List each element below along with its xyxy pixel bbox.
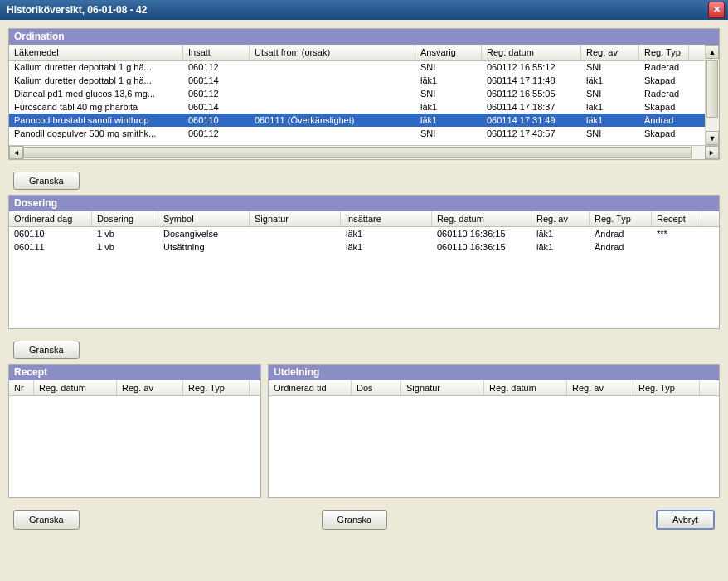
ordination-panel: Ordination Läkemedel Insatt Utsatt from … bbox=[8, 28, 720, 160]
cell-reg_av: SNI bbox=[581, 88, 639, 99]
col-utsatt[interactable]: Utsatt from (orsak) bbox=[250, 45, 415, 60]
table-row[interactable]: Kalium duretter depottabl 1 g hä...06011… bbox=[9, 74, 719, 87]
dosering-columns: Ordinerad dag Dosering Symbol Signatur I… bbox=[9, 211, 719, 227]
table-row[interactable]: 0601101 vbDosangivelseläk1060110 16:36:1… bbox=[9, 227, 719, 240]
window-body: Ordination Läkemedel Insatt Utsatt from … bbox=[0, 20, 728, 581]
table-row[interactable]: Panodil dospulver 500 mg smithk...060112… bbox=[9, 127, 719, 140]
dosering-table: Ordinerad dag Dosering Symbol Signatur I… bbox=[9, 211, 719, 328]
cell-insatt: 060112 bbox=[183, 88, 250, 99]
cell-insattare: läk1 bbox=[341, 241, 432, 253]
utdelning-rows[interactable] bbox=[269, 396, 719, 497]
col-signatur[interactable]: Signatur bbox=[250, 211, 341, 226]
ordination-granska-button[interactable]: Granska bbox=[13, 172, 80, 190]
table-row[interactable]: Furoscand tabl 40 mg pharbita060114läk10… bbox=[9, 100, 719, 114]
cell-reg_av: läk1 bbox=[531, 228, 590, 240]
cell-insatt: 060114 bbox=[183, 101, 250, 113]
scroll-left-icon[interactable]: ◄ bbox=[9, 146, 23, 159]
col-regdatum[interactable]: Reg. datum bbox=[432, 211, 531, 226]
cell-utsatt bbox=[250, 106, 415, 108]
cell-reg_datum: 060114 17:11:48 bbox=[482, 75, 581, 86]
cell-reg_datum: 060110 16:36:15 bbox=[432, 241, 531, 253]
cell-reg_typ: Skapad bbox=[639, 128, 689, 139]
table-row[interactable]: Dianeal pd1 med glucos 13,6 mg...060112S… bbox=[9, 87, 719, 100]
close-icon: ✕ bbox=[713, 4, 721, 14]
col-regtyp[interactable]: Reg. Typ bbox=[590, 211, 652, 226]
col-insatt[interactable]: Insatt bbox=[183, 45, 250, 60]
col-ordinerad-tid[interactable]: Ordinerad tid bbox=[269, 380, 352, 395]
dosering-granska-button[interactable]: Granska bbox=[13, 341, 80, 359]
col-regtyp[interactable]: Reg. Typ bbox=[633, 380, 700, 395]
col-signatur[interactable]: Signatur bbox=[401, 380, 484, 395]
utdelning-columns: Ordinerad tid Dos Signatur Reg. datum Re… bbox=[269, 380, 719, 396]
utdelning-panel: Utdelning Ordinerad tid Dos Signatur Reg… bbox=[268, 364, 720, 498]
avbryt-button[interactable]: Avbryt bbox=[656, 510, 715, 530]
col-regtyp[interactable]: Reg. Typ bbox=[639, 45, 689, 60]
col-dos[interactable]: Dos bbox=[352, 380, 401, 395]
col-nr[interactable]: Nr bbox=[9, 380, 34, 395]
col-regtyp[interactable]: Reg. Typ bbox=[183, 380, 250, 395]
scroll-up-icon[interactable]: ▲ bbox=[706, 45, 719, 59]
recept-panel: Recept Nr Reg. datum Reg. av Reg. Typ bbox=[8, 364, 261, 498]
ordination-rows[interactable]: Kalium duretter depottabl 1 g hä...06011… bbox=[9, 61, 719, 145]
cell-insattare: läk1 bbox=[341, 228, 432, 240]
ordination-hscroll[interactable]: ◄ ► bbox=[9, 145, 719, 159]
table-row[interactable]: Panocod brustabl sanofi winthrop06011006… bbox=[9, 114, 719, 127]
table-row[interactable]: Kalium duretter depottabl 1 g hä...06011… bbox=[9, 61, 719, 74]
ordination-vscroll[interactable]: ▲ ▼ bbox=[705, 45, 719, 145]
close-button[interactable]: ✕ bbox=[708, 2, 725, 18]
cell-signatur bbox=[250, 246, 341, 248]
bottom-row: Recept Nr Reg. datum Reg. av Reg. Typ Ut… bbox=[8, 364, 720, 505]
col-regav[interactable]: Reg. av bbox=[567, 380, 633, 395]
cell-ansvarig: SNI bbox=[415, 128, 482, 139]
cell-insatt: 060112 bbox=[183, 61, 250, 73]
utdelning-granska-button[interactable]: Granska bbox=[322, 510, 388, 530]
cell-insatt: 060112 bbox=[183, 128, 250, 139]
hscroll-thumb[interactable] bbox=[23, 147, 692, 158]
col-regav[interactable]: Reg. av bbox=[581, 45, 639, 60]
cell-lakemedel: Panocod brustabl sanofi winthrop bbox=[9, 114, 183, 126]
cell-reg_av: läk1 bbox=[581, 75, 639, 86]
cell-reg_av: läk1 bbox=[581, 101, 639, 113]
col-regdatum[interactable]: Reg. datum bbox=[482, 45, 581, 60]
ordination-table: Läkemedel Insatt Utsatt from (orsak) Ans… bbox=[9, 45, 719, 159]
cell-utsatt bbox=[250, 133, 415, 134]
cell-reg_typ: Skapad bbox=[639, 75, 689, 86]
scroll-down-icon[interactable]: ▼ bbox=[706, 131, 719, 145]
cell-lakemedel: Furoscand tabl 40 mg pharbita bbox=[9, 101, 183, 113]
col-recept[interactable]: Recept bbox=[652, 211, 701, 226]
col-regav[interactable]: Reg. av bbox=[117, 380, 183, 395]
cell-lakemedel: Kalium duretter depottabl 1 g hä... bbox=[9, 75, 183, 86]
cell-utsatt bbox=[250, 80, 415, 81]
col-lakemedel[interactable]: Läkemedel bbox=[9, 45, 183, 60]
cell-reg_av: SNI bbox=[581, 128, 639, 139]
cell-reg_typ: Raderad bbox=[639, 61, 689, 73]
table-row[interactable]: 0601111 vbUtsättningläk1060110 16:36:15l… bbox=[9, 240, 719, 254]
scroll-right-icon[interactable]: ► bbox=[705, 146, 719, 159]
cell-dosering: 1 vb bbox=[92, 241, 158, 253]
cell-ansvarig: SNI bbox=[415, 88, 482, 99]
recept-granska-button[interactable]: Granska bbox=[13, 510, 80, 530]
cell-reg_datum: 060112 16:55:05 bbox=[482, 88, 581, 99]
cell-recept: *** bbox=[652, 228, 701, 240]
hscroll-track[interactable] bbox=[23, 146, 705, 159]
col-ansvarig[interactable]: Ansvarig bbox=[415, 45, 482, 60]
cell-ansvarig: läk1 bbox=[415, 114, 482, 126]
cell-lakemedel: Kalium duretter depottabl 1 g hä... bbox=[9, 61, 183, 73]
col-dosering[interactable]: Dosering bbox=[92, 211, 158, 226]
col-symbol[interactable]: Symbol bbox=[158, 211, 250, 226]
recept-rows[interactable] bbox=[9, 396, 260, 497]
col-insattare[interactable]: Insättare bbox=[341, 211, 432, 226]
footer-buttons: Granska Granska Avbryt bbox=[8, 505, 720, 535]
dosering-rows[interactable]: 0601101 vbDosangivelseläk1060110 16:36:1… bbox=[9, 227, 719, 328]
cell-ansvarig: läk1 bbox=[415, 75, 482, 86]
col-regdatum[interactable]: Reg. datum bbox=[34, 380, 117, 395]
col-regdatum[interactable]: Reg. datum bbox=[484, 380, 567, 395]
cell-utsatt: 060111 (Överkänslighet) bbox=[250, 114, 415, 126]
cell-lakemedel: Panodil dospulver 500 mg smithk... bbox=[9, 128, 183, 139]
cell-ansvarig: läk1 bbox=[415, 101, 482, 113]
cell-reg_typ: Ändrad bbox=[590, 241, 652, 253]
cell-ordinerad_dag: 060111 bbox=[9, 241, 92, 253]
col-regav[interactable]: Reg. av bbox=[531, 211, 590, 226]
vscroll-thumb[interactable] bbox=[706, 60, 718, 118]
col-ordinerad-dag[interactable]: Ordinerad dag bbox=[9, 211, 92, 226]
